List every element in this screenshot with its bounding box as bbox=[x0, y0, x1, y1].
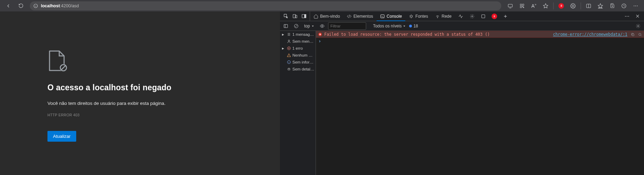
devtools-adblock-icon[interactable] bbox=[489, 11, 500, 21]
log-levels-selector[interactable]: Todos os níveis bbox=[371, 24, 408, 28]
console-error-row[interactable]: Failed to load resource: the server resp… bbox=[316, 31, 644, 38]
tab-welcome[interactable]: Bem-vindo bbox=[310, 11, 343, 21]
svg-point-40 bbox=[437, 17, 438, 18]
read-aloud-icon[interactable]: A» bbox=[528, 1, 539, 11]
user-icon bbox=[286, 39, 292, 43]
more-menu-icon[interactable] bbox=[630, 1, 641, 11]
copy-icon[interactable] bbox=[631, 33, 635, 36]
devtools-panel: Bem-vindo Elementos Console Fontes Rede bbox=[280, 11, 644, 175]
svg-marker-54 bbox=[312, 25, 314, 26]
bug-icon bbox=[409, 14, 414, 19]
sidebar-label: Sem infor… bbox=[292, 60, 314, 64]
live-expression-icon[interactable] bbox=[318, 21, 327, 31]
device-emulation-icon[interactable] bbox=[290, 11, 299, 21]
info-icon bbox=[286, 60, 292, 64]
svg-rect-3 bbox=[508, 4, 512, 7]
adblock-icon[interactable] bbox=[556, 1, 567, 11]
tab-label: Elementos bbox=[353, 14, 373, 19]
sidebar-warnings[interactable]: Nenhum … bbox=[280, 52, 316, 59]
svg-line-72 bbox=[290, 69, 291, 69]
console-settings-icon[interactable] bbox=[634, 21, 643, 31]
performance-icon[interactable] bbox=[618, 1, 629, 11]
caret-down-icon bbox=[403, 25, 406, 27]
devtools-dock-icon[interactable] bbox=[478, 11, 489, 21]
svg-marker-10 bbox=[543, 3, 548, 8]
search-icon[interactable] bbox=[638, 33, 642, 36]
devtools-add-tab-icon[interactable] bbox=[500, 11, 511, 21]
svg-marker-56 bbox=[404, 25, 405, 26]
devtools-close-icon[interactable] bbox=[633, 11, 642, 21]
tab-network[interactable]: Rede bbox=[432, 11, 455, 21]
extensions-gear-icon[interactable] bbox=[567, 1, 579, 11]
sidebar-label: Sem men… bbox=[292, 39, 314, 43]
error-title: O acesso a localhost foi negado bbox=[47, 83, 235, 92]
favorite-star-icon[interactable] bbox=[540, 1, 551, 11]
devtools-settings-icon[interactable] bbox=[467, 11, 478, 21]
inspect-element-icon[interactable] bbox=[281, 11, 290, 21]
sidebar-errors[interactable]: ▸ 1 erro bbox=[280, 45, 316, 52]
console-icon bbox=[380, 14, 385, 19]
svg-line-74 bbox=[290, 70, 291, 70]
browser-toolbar: localhost:4200/asd A» bbox=[0, 0, 644, 11]
warning-icon bbox=[286, 53, 292, 57]
screen-cast-icon[interactable] bbox=[505, 1, 516, 11]
svg-line-76 bbox=[289, 68, 290, 69]
sidebar-label: Sem detal… bbox=[292, 67, 314, 71]
tab-label: Fontes bbox=[415, 14, 428, 19]
svg-rect-31 bbox=[381, 15, 385, 18]
svg-rect-6 bbox=[522, 4, 524, 5]
issues-counter[interactable]: 18 bbox=[409, 24, 418, 28]
issues-dot-icon bbox=[409, 25, 412, 27]
console-body: ▸ 1 mensag… Sem men… ▸ 1 erro Nenhum … S… bbox=[280, 31, 644, 175]
sidebar-messages[interactable]: ▸ 1 mensag… bbox=[280, 31, 316, 38]
blocked-file-icon bbox=[47, 50, 68, 73]
sidebar-info[interactable]: Sem infor… bbox=[280, 59, 316, 66]
execution-context-selector[interactable]: top bbox=[302, 23, 316, 30]
sidebar-user-messages[interactable]: Sem men… bbox=[280, 38, 316, 45]
svg-line-53 bbox=[295, 25, 298, 27]
console-prompt[interactable] bbox=[316, 38, 644, 45]
svg-rect-29 bbox=[304, 15, 306, 18]
reload-button[interactable]: Atualizar bbox=[47, 131, 76, 142]
svg-rect-50 bbox=[284, 24, 288, 27]
devtools-more-icon[interactable] bbox=[623, 11, 632, 21]
split-screen-icon[interactable] bbox=[583, 1, 594, 11]
svg-line-37 bbox=[409, 17, 410, 17]
error-icon bbox=[286, 46, 292, 50]
tab-label: Console bbox=[387, 14, 402, 19]
svg-point-19 bbox=[634, 5, 634, 6]
tab-performance[interactable] bbox=[455, 11, 467, 21]
qr-icon[interactable] bbox=[517, 1, 528, 11]
svg-line-82 bbox=[641, 35, 641, 36]
console-filter-input[interactable] bbox=[328, 22, 366, 30]
refresh-button[interactable] bbox=[15, 1, 26, 11]
tab-console[interactable]: Console bbox=[377, 11, 405, 21]
svg-point-57 bbox=[637, 25, 639, 27]
svg-point-41 bbox=[472, 16, 473, 17]
favorites-hub-icon[interactable] bbox=[595, 1, 606, 11]
error-source-link[interactable]: chrome-error://chromewebdata/:1 bbox=[553, 32, 627, 37]
address-bar[interactable]: localhost:4200/asd bbox=[30, 1, 501, 10]
console-output[interactable]: Failed to load resource: the server resp… bbox=[316, 31, 644, 175]
svg-point-11 bbox=[572, 5, 574, 7]
svg-rect-80 bbox=[632, 34, 634, 36]
toggle-sidebar-icon[interactable] bbox=[281, 21, 290, 31]
code-icon bbox=[347, 14, 352, 19]
console-toolbar: top Todos os níveis 18 bbox=[280, 21, 644, 31]
tab-elements[interactable]: Elementos bbox=[343, 11, 377, 21]
site-info-icon[interactable] bbox=[33, 3, 38, 8]
debug-icon bbox=[286, 67, 292, 71]
collections-icon[interactable] bbox=[607, 1, 618, 11]
back-button[interactable] bbox=[3, 1, 14, 11]
clear-console-icon[interactable] bbox=[292, 21, 301, 31]
svg-line-75 bbox=[289, 68, 289, 69]
dock-side-icon[interactable] bbox=[299, 11, 308, 21]
svg-point-21 bbox=[637, 5, 638, 6]
sidebar-label: 1 erro bbox=[292, 46, 303, 50]
sidebar-verbose[interactable]: Sem detal… bbox=[280, 66, 316, 73]
svg-marker-14 bbox=[598, 3, 602, 8]
caret-down-icon bbox=[311, 25, 314, 27]
console-sidebar: ▸ 1 mensag… Sem men… ▸ 1 erro Nenhum … S… bbox=[280, 31, 316, 175]
svg-line-30 bbox=[349, 15, 350, 18]
tab-sources[interactable]: Fontes bbox=[405, 11, 432, 21]
